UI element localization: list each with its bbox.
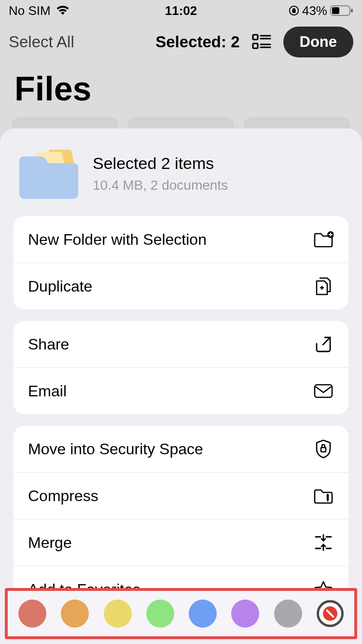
- carrier-label: No SIM: [9, 3, 51, 18]
- tag-gray[interactable]: [274, 600, 302, 628]
- page-title: Files: [0, 63, 362, 117]
- clock: 11:02: [165, 3, 197, 18]
- svg-rect-3: [332, 7, 339, 14]
- sheet-subtitle: 10.4 MB, 2 documents: [93, 178, 228, 193]
- svg-point-22: [327, 499, 328, 500]
- row-label: Compress: [28, 487, 98, 505]
- selection-count: Selected: 2: [155, 33, 239, 51]
- svg-rect-8: [253, 43, 258, 48]
- share-row[interactable]: Share: [14, 321, 348, 367]
- duplicate-row[interactable]: Duplicate: [14, 263, 348, 309]
- share-icon: [313, 334, 334, 355]
- folder-plus-icon: [313, 229, 334, 250]
- done-button[interactable]: Done: [283, 27, 354, 57]
- row-label: Merge: [28, 534, 72, 552]
- svg-rect-1: [292, 10, 295, 13]
- row-label: Duplicate: [28, 278, 92, 295]
- row-label: Move into Security Space: [28, 440, 203, 458]
- selection-toolbar: Select All Selected: 2 Done: [0, 21, 362, 63]
- tag-clear-button[interactable]: [317, 600, 344, 627]
- email-row[interactable]: Email: [14, 367, 348, 414]
- duplicate-icon: [313, 276, 334, 297]
- svg-point-21: [327, 497, 328, 498]
- archive-icon: [313, 485, 334, 506]
- svg-rect-18: [321, 448, 326, 452]
- merge-row[interactable]: Merge: [14, 519, 348, 566]
- svg-rect-17: [315, 385, 332, 397]
- wifi-icon: [56, 5, 70, 16]
- tag-red[interactable]: [18, 600, 46, 628]
- battery-pct: 43%: [302, 3, 327, 18]
- tag-purple[interactable]: [231, 600, 259, 628]
- compress-row[interactable]: Compress: [14, 472, 348, 519]
- tag-green[interactable]: [146, 600, 174, 628]
- tag-yellow[interactable]: [104, 600, 132, 628]
- shield-lock-icon: [313, 438, 334, 460]
- merge-icon: [313, 532, 334, 553]
- folder-docs-icon: [16, 147, 79, 200]
- action-group-3: Move into Security Space Compress Merge …: [14, 426, 348, 613]
- svg-rect-5: [253, 35, 258, 40]
- sheet-header: Selected 2 items 10.4 MB, 2 documents: [0, 128, 362, 216]
- tag-blue[interactable]: [189, 600, 217, 628]
- action-group-2: Share Email: [14, 321, 348, 414]
- status-bar: No SIM 11:02 43%: [0, 0, 362, 21]
- sheet-title: Selected 2 items: [93, 154, 228, 173]
- select-all-button[interactable]: Select All: [9, 33, 74, 51]
- row-label: Share: [28, 336, 69, 353]
- email-icon: [313, 380, 334, 402]
- svg-point-20: [327, 495, 328, 496]
- orientation-lock-icon: [289, 5, 299, 16]
- view-mode-toggle[interactable]: [251, 31, 273, 53]
- tag-orange[interactable]: [61, 600, 89, 628]
- tag-color-bar: [5, 588, 357, 639]
- action-sheet: Selected 2 items 10.4 MB, 2 documents Ne…: [0, 128, 362, 644]
- row-label: Email: [28, 382, 67, 400]
- new-folder-row[interactable]: New Folder with Selection: [14, 216, 348, 263]
- action-group-1: New Folder with Selection Duplicate: [14, 216, 348, 309]
- svg-rect-4: [351, 9, 353, 13]
- security-space-row[interactable]: Move into Security Space: [14, 426, 348, 472]
- row-label: New Folder with Selection: [28, 231, 207, 249]
- svg-line-16: [323, 337, 330, 345]
- battery-icon: [330, 5, 353, 16]
